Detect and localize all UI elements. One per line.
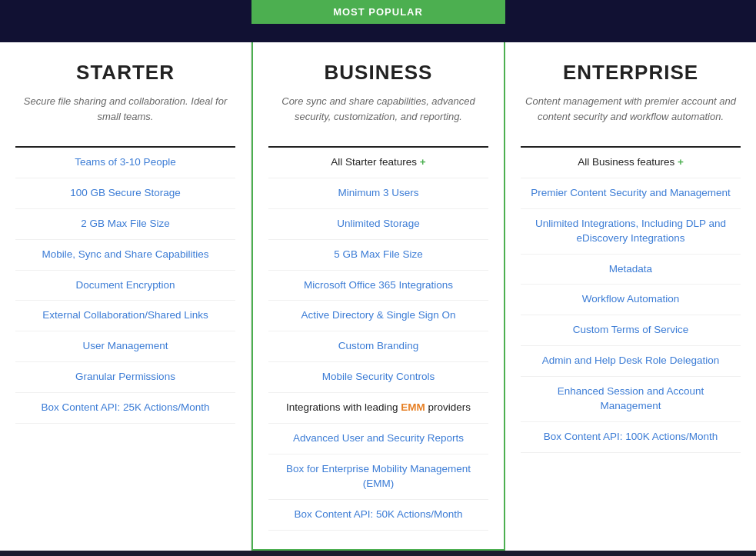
starter-plan: STARTER Secure file sharing and collabor… bbox=[0, 42, 251, 551]
list-item: Advanced User and Security Reports bbox=[268, 424, 488, 454]
list-item: Box Content API: 25K Actions/Month bbox=[15, 393, 235, 424]
list-item: 100 GB Secure Storage bbox=[15, 178, 235, 209]
enterprise-title: ENTERPRISE bbox=[521, 61, 741, 85]
list-item: Minimum 3 Users bbox=[268, 178, 488, 209]
list-item: Box for Enterprise Mobility Management (… bbox=[268, 454, 488, 500]
list-item: Granular Permissions bbox=[15, 362, 235, 393]
starter-features: Teams of 3-10 People 100 GB Secure Stora… bbox=[15, 148, 235, 424]
list-item: Box Content API: 50K Actions/Month bbox=[268, 500, 488, 531]
enterprise-features: All Business features + Premier Content … bbox=[521, 148, 741, 453]
list-item: Enhanced Session and Account Management bbox=[521, 377, 741, 422]
list-item: Integrations with leading EMM providers bbox=[268, 393, 488, 424]
list-item: Box Content API: 100K Actions/Month bbox=[521, 422, 741, 453]
list-item: Mobile Security Controls bbox=[268, 362, 488, 393]
all-business-label: All Business features + bbox=[578, 156, 684, 168]
enterprise-desc: Content management with premier account … bbox=[521, 94, 741, 134]
list-item: Workflow Automation bbox=[521, 285, 741, 315]
starter-desc: Secure file sharing and collaboration. I… bbox=[15, 94, 235, 134]
enterprise-plan: ENTERPRISE Content management with premi… bbox=[505, 42, 756, 551]
list-item: User Management bbox=[15, 331, 235, 362]
list-item: Active Directory & Single Sign On bbox=[268, 301, 488, 331]
business-title: BUSINESS bbox=[268, 61, 488, 85]
business-plan: BUSINESS Core sync and share capabilitie… bbox=[251, 42, 505, 551]
list-item: All Business features + bbox=[521, 148, 741, 178]
list-item: Teams of 3-10 People bbox=[15, 148, 235, 178]
list-item: Mobile, Sync and Share Capabilities bbox=[15, 240, 235, 271]
list-item: Premier Content Security and Management bbox=[521, 178, 741, 209]
list-item: Metadata bbox=[521, 255, 741, 285]
list-item: Document Encryption bbox=[15, 271, 235, 301]
integrations-label: Integrations with leading EMM providers bbox=[286, 401, 471, 413]
business-features: All Starter features + Minimum 3 Users U… bbox=[268, 148, 488, 531]
starter-title: STARTER bbox=[15, 61, 235, 85]
list-item: Custom Terms of Service bbox=[521, 315, 741, 346]
list-item: Unlimited Integrations, Including DLP an… bbox=[521, 209, 741, 255]
list-item: 2 GB Max File Size bbox=[15, 209, 235, 240]
list-item: 5 GB Max File Size bbox=[268, 240, 488, 271]
list-item: All Starter features + bbox=[268, 148, 488, 178]
list-item: Admin and Help Desk Role Delegation bbox=[521, 346, 741, 377]
emm-label: EMM bbox=[401, 401, 425, 413]
all-starter-label: All Starter features + bbox=[331, 156, 425, 168]
list-item: Unlimited Storage bbox=[268, 209, 488, 240]
most-popular-badge: MOST POPULAR bbox=[251, 0, 505, 24]
pricing-table: STARTER Secure file sharing and collabor… bbox=[0, 42, 756, 551]
list-item: Custom Branding bbox=[268, 331, 488, 362]
list-item: Microsoft Office 365 Integrations bbox=[268, 271, 488, 301]
list-item: External Collaboration/Shared Links bbox=[15, 301, 235, 331]
hero-banner: MOST POPULAR bbox=[0, 0, 756, 42]
business-desc: Core sync and share capabilities, advanc… bbox=[268, 94, 488, 134]
